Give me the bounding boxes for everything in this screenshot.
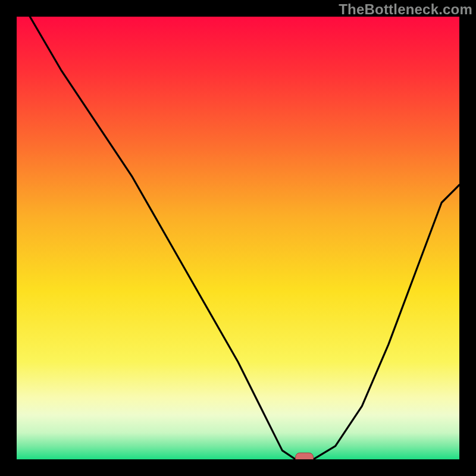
plot-area [17,17,459,459]
watermark-text: TheBottleneck.com [339,1,472,18]
chart-frame: TheBottleneck.com [0,0,476,476]
bottleneck-chart [17,17,459,459]
gradient-background [17,17,459,459]
optimum-marker [296,453,314,459]
